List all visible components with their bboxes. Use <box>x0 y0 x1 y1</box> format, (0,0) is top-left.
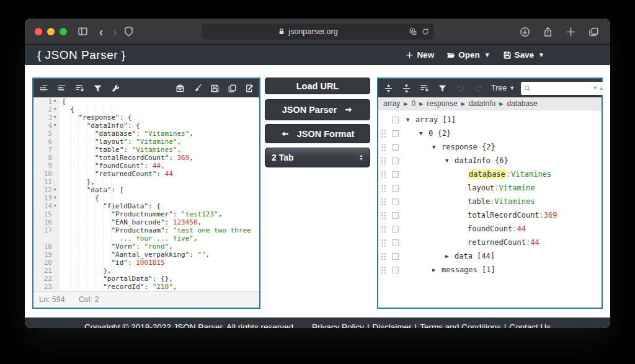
footer-link[interactable]: Privacy Policy <box>312 322 364 328</box>
tree-row[interactable]: ▼0 {2} <box>378 127 602 140</box>
align-left-icon[interactable] <box>56 83 66 93</box>
code-text: "dataInfo": { <box>60 122 140 130</box>
sidebar-toggle-icon[interactable] <box>76 25 89 38</box>
drag-handle[interactable] <box>381 157 386 165</box>
json-format-button[interactable]: JSON Format <box>265 124 370 143</box>
tree-row[interactable]: layout : Vitamine <box>378 181 602 195</box>
translate-icon[interactable] <box>409 28 417 35</box>
node-checkbox[interactable] <box>392 158 399 164</box>
drag-handle[interactable] <box>381 143 386 151</box>
node-checkbox[interactable] <box>392 171 399 178</box>
tree-row[interactable]: ▼dataInfo {6} <box>378 154 602 167</box>
expand-node-icon[interactable]: ▶ <box>432 267 442 273</box>
collapse-node-icon[interactable]: ▼ <box>445 158 455 164</box>
fold-toggle-icon[interactable]: ▼ <box>52 105 58 113</box>
json-parser-button[interactable]: JSON Parser <box>265 99 370 120</box>
collapse-node-icon[interactable]: ▼ <box>432 144 442 150</box>
breadcrumb-item[interactable]: 0 <box>412 99 416 108</box>
fold-toggle-icon[interactable]: ▼ <box>52 202 58 210</box>
save-button[interactable]: Save ▼ <box>503 50 544 60</box>
line-number: 9 <box>33 162 60 170</box>
footer-link[interactable]: Terms and Conditions <box>420 322 501 328</box>
tab-overview-icon[interactable] <box>587 25 600 38</box>
share-icon[interactable] <box>541 25 554 38</box>
tree-row[interactable]: totalRecordCount : 369 <box>378 208 602 222</box>
archive-icon[interactable] <box>175 83 185 93</box>
tab-size-select[interactable]: 2 Tab ▲▼ <box>265 148 370 167</box>
save-icon[interactable] <box>210 83 220 93</box>
node-checkbox[interactable] <box>392 239 399 246</box>
tree-row[interactable]: ▶messages [1] <box>378 263 602 277</box>
node-checkbox[interactable] <box>392 226 399 233</box>
load-url-button[interactable]: Load URL <box>265 78 370 94</box>
fold-toggle-icon[interactable]: ▼ <box>52 113 58 122</box>
sort-descending-icon[interactable] <box>419 83 429 93</box>
fold-toggle-icon[interactable]: ▼ <box>52 186 58 194</box>
breadcrumb-item[interactable]: response <box>427 99 457 108</box>
fold-toggle-icon[interactable]: ▼ <box>52 194 58 202</box>
address-bar[interactable]: jsonparser.org <box>202 24 434 40</box>
collapse-node-icon[interactable]: ▼ <box>419 130 429 136</box>
format-indent-icon[interactable] <box>38 83 48 93</box>
close-window-button[interactable] <box>35 28 42 35</box>
node-checkbox[interactable] <box>392 117 399 123</box>
drag-handle[interactable] <box>381 184 386 192</box>
breadcrumb-item[interactable]: database <box>507 99 537 108</box>
tree-row[interactable]: foundCount : 44 <box>378 222 602 236</box>
new-tab-icon[interactable] <box>564 25 577 38</box>
sort-descending-icon[interactable] <box>74 83 84 93</box>
expand-all-icon[interactable] <box>383 83 393 93</box>
tree-row[interactable]: ▼response {2} <box>378 140 602 154</box>
fold-toggle-icon[interactable]: ▼ <box>52 122 58 130</box>
node-checkbox[interactable] <box>392 212 399 219</box>
back-icon[interactable]: ‹ <box>94 25 108 38</box>
forward-icon[interactable]: › <box>108 25 122 38</box>
drag-handle[interactable] <box>381 171 386 179</box>
tree-row[interactable]: table : Vitamines <box>378 195 602 208</box>
wrench-icon[interactable] <box>110 83 120 93</box>
footer-link[interactable]: Disclaimer <box>373 322 412 328</box>
tree-row[interactable]: returnedCount : 44 <box>378 236 602 249</box>
node-checkbox[interactable] <box>392 253 399 260</box>
new-button[interactable]: New <box>406 50 434 60</box>
fold-toggle-icon[interactable]: ▼ <box>52 97 58 105</box>
node-checkbox[interactable] <box>392 144 399 151</box>
filter-icon[interactable] <box>92 83 102 93</box>
tree-row[interactable]: ▶data [44] <box>378 249 602 263</box>
zoom-window-button[interactable] <box>60 28 67 35</box>
minimize-window-button[interactable] <box>47 28 55 35</box>
view-mode-select[interactable]: Tree <box>491 84 507 92</box>
copy-icon[interactable] <box>227 83 237 93</box>
drag-handle[interactable] <box>381 130 386 138</box>
breadcrumb-item[interactable]: array <box>383 99 400 108</box>
drag-handle[interactable] <box>381 252 386 260</box>
node-checkbox[interactable] <box>392 130 399 137</box>
node-checkbox[interactable] <box>392 198 399 205</box>
expand-node-icon[interactable]: ▶ <box>445 253 455 259</box>
open-button[interactable]: Open ▼ <box>446 50 490 60</box>
brush-icon[interactable] <box>192 83 202 93</box>
downloads-icon[interactable] <box>518 25 531 38</box>
edit-document-icon[interactable] <box>244 83 254 93</box>
search-next-icon[interactable]: ▼ <box>592 85 598 91</box>
breadcrumb-item[interactable]: dataInfo <box>469 99 495 108</box>
node-checkbox[interactable] <box>392 267 399 273</box>
editor-statusbar: Ln: 594 Col: 2 <box>33 291 259 308</box>
drag-handle[interactable] <box>381 266 386 274</box>
footer-link[interactable]: Contact Us <box>509 322 551 328</box>
filter-icon[interactable] <box>437 83 447 93</box>
tree-row[interactable]: database : Vitamines <box>378 167 602 181</box>
tree-row[interactable]: ▼array [1] <box>378 113 602 127</box>
collapse-node-icon[interactable]: ▼ <box>406 117 415 123</box>
drag-handle[interactable] <box>381 198 386 206</box>
drag-handle[interactable] <box>381 239 386 247</box>
reload-icon[interactable] <box>422 28 429 35</box>
shield-icon[interactable] <box>122 25 135 38</box>
tree-search-input[interactable] <box>531 84 592 92</box>
node-checkbox[interactable] <box>392 185 399 192</box>
drag-handle[interactable] <box>381 225 386 233</box>
collapse-all-icon[interactable] <box>401 83 411 93</box>
drag-handle[interactable] <box>381 211 386 220</box>
json-editor[interactable]: 1▼[2▼ {3▼ "response": {4▼ "dataInfo": {5… <box>33 97 259 291</box>
search-prev-icon[interactable]: ▲ <box>598 85 605 91</box>
